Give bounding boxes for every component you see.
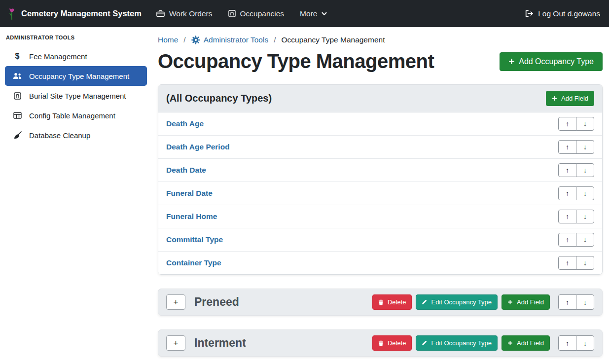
reorder-group: ↑ ↓ <box>558 210 594 223</box>
field-link[interactable]: Death Age Period <box>166 143 230 151</box>
move-up-button[interactable]: ↑ <box>558 294 576 310</box>
app-title: Cemetery Management System <box>21 9 142 18</box>
plus-icon <box>507 340 513 346</box>
chevron-down-icon <box>322 12 327 16</box>
sidebar-item-fee-management[interactable]: $ Fee Management <box>5 46 147 66</box>
trash-icon <box>378 340 384 346</box>
section-title: Preneed <box>194 295 239 309</box>
sidebar-item-label: Fee Management <box>29 52 87 61</box>
breadcrumb-separator: / <box>183 36 185 44</box>
move-up-button[interactable]: ↑ <box>558 186 576 200</box>
arrow-down-icon: ↓ <box>583 298 587 306</box>
move-up-button[interactable]: ↑ <box>558 210 576 223</box>
sidebar-item-database-cleanup[interactable]: Database Cleanup <box>5 125 147 145</box>
table-row: Death Age Period ↑ ↓ <box>158 135 602 158</box>
field-link[interactable]: Funeral Home <box>166 212 217 221</box>
move-up-button[interactable]: ↑ <box>558 117 576 131</box>
trash-icon <box>378 299 384 305</box>
move-up-button[interactable]: ↑ <box>558 256 576 270</box>
add-field-button[interactable]: Add Field <box>546 91 594 106</box>
nav-item-occupancies[interactable]: Occupancies <box>228 9 285 18</box>
reorder-group: ↑ ↓ <box>558 186 594 200</box>
edit-occupancy-type-button[interactable]: Edit Occupancy Type <box>416 335 498 351</box>
arrow-up-icon: ↑ <box>566 298 569 306</box>
move-up-button[interactable]: ↑ <box>558 163 576 177</box>
move-up-button[interactable]: ↑ <box>558 233 576 247</box>
burial-site-icon <box>12 92 23 100</box>
reorder-group: ↑ ↓ <box>558 163 594 177</box>
move-down-button[interactable]: ↓ <box>576 294 594 310</box>
pencil-icon <box>422 340 427 346</box>
delete-label: Delete <box>388 339 406 347</box>
field-link[interactable]: Container Type <box>166 258 221 267</box>
breadcrumb-admin-tools-link[interactable]: Administrator Tools <box>191 36 269 44</box>
move-down-button[interactable]: ↓ <box>576 117 594 131</box>
table-row: Funeral Home ↑ ↓ <box>158 205 602 228</box>
arrow-down-icon: ↓ <box>583 120 587 128</box>
section-actions: Delete Edit Occupancy Type Add Field ↑ <box>372 335 594 351</box>
work-orders-icon <box>156 10 165 17</box>
all-occupancy-types-card: (All Occupancy Types) Add Field Death Ag… <box>158 84 603 275</box>
move-down-button[interactable]: ↓ <box>576 335 594 351</box>
nav-label-occupancies: Occupancies <box>240 9 285 18</box>
move-up-button[interactable]: ↑ <box>558 140 576 154</box>
table-row: Committal Type ↑ ↓ <box>158 228 602 251</box>
sidebar-item-label: Database Cleanup <box>29 131 90 140</box>
sidebar-item-occupancy-type-management[interactable]: Occupancy Type Management <box>5 66 147 86</box>
plus-icon <box>552 96 557 101</box>
arrow-up-icon: ↑ <box>566 120 569 128</box>
field-link[interactable]: Committal Type <box>166 235 223 244</box>
arrow-up-icon: ↑ <box>566 236 569 244</box>
table-row: Funeral Date ↑ ↓ <box>158 182 602 205</box>
edit-label: Edit Occupancy Type <box>431 339 492 347</box>
app-brand[interactable]: Cemetery Management System <box>7 7 142 20</box>
sidebar-item-label: Occupancy Type Management <box>29 72 129 80</box>
move-down-button[interactable]: ↓ <box>576 233 594 247</box>
gear-icon <box>191 36 200 44</box>
delete-button[interactable]: Delete <box>372 335 412 351</box>
flower-logo-icon <box>7 7 17 20</box>
reorder-group: ↑ ↓ <box>558 294 594 310</box>
sidebar-item-label: Burial Site Type Management <box>29 92 126 100</box>
table-row: Death Age ↑ ↓ <box>158 112 602 135</box>
reorder-group: ↑ ↓ <box>558 140 594 154</box>
nav-item-work-orders[interactable]: Work Orders <box>156 9 213 18</box>
card-header: (All Occupancy Types) Add Field <box>158 85 602 112</box>
sidebar-item-burial-site-type-management[interactable]: Burial Site Type Management <box>5 86 147 106</box>
occupancies-icon <box>228 10 236 17</box>
expand-button[interactable]: + <box>166 294 185 310</box>
delete-label: Delete <box>388 298 406 306</box>
breadcrumb-home-link[interactable]: Home <box>158 36 178 44</box>
main-content: Home / <box>152 27 609 364</box>
move-down-button[interactable]: ↓ <box>576 186 594 200</box>
arrow-up-icon: ↑ <box>566 166 569 174</box>
breadcrumb-separator: / <box>274 36 276 44</box>
table-row: Death Date ↑ ↓ <box>158 158 602 182</box>
move-down-button[interactable]: ↓ <box>576 140 594 154</box>
arrow-up-icon: ↑ <box>566 189 569 197</box>
move-up-button[interactable]: ↑ <box>558 335 576 351</box>
occupancy-type-section-interment: + Interment Delete Edit Occupancy Type <box>158 329 603 357</box>
expand-button[interactable]: + <box>166 335 185 351</box>
sidebar-item-config-table-management[interactable]: Config Table Management <box>5 106 147 125</box>
arrow-down-icon: ↓ <box>583 339 587 347</box>
field-link[interactable]: Death Age <box>166 119 204 128</box>
move-down-button[interactable]: ↓ <box>576 256 594 270</box>
arrow-down-icon: ↓ <box>583 143 587 151</box>
arrow-up-icon: ↑ <box>566 259 569 267</box>
add-occupancy-type-button[interactable]: Add Occupancy Type <box>500 52 603 71</box>
arrow-down-icon: ↓ <box>583 166 587 174</box>
arrow-up-icon: ↑ <box>566 339 569 347</box>
field-link[interactable]: Funeral Date <box>166 189 213 198</box>
move-down-button[interactable]: ↓ <box>576 210 594 223</box>
delete-button[interactable]: Delete <box>372 294 412 310</box>
nav-item-more[interactable]: More <box>300 9 327 18</box>
move-down-button[interactable]: ↓ <box>576 163 594 177</box>
plus-glyph: + <box>174 297 179 307</box>
add-field-button[interactable]: Add Field <box>502 294 550 310</box>
field-link[interactable]: Death Date <box>166 166 206 175</box>
add-field-button[interactable]: Add Field <box>502 335 550 351</box>
edit-occupancy-type-button[interactable]: Edit Occupancy Type <box>416 294 498 310</box>
plus-icon <box>507 299 513 305</box>
logout-button[interactable]: Log Out d.gowans <box>525 9 600 18</box>
